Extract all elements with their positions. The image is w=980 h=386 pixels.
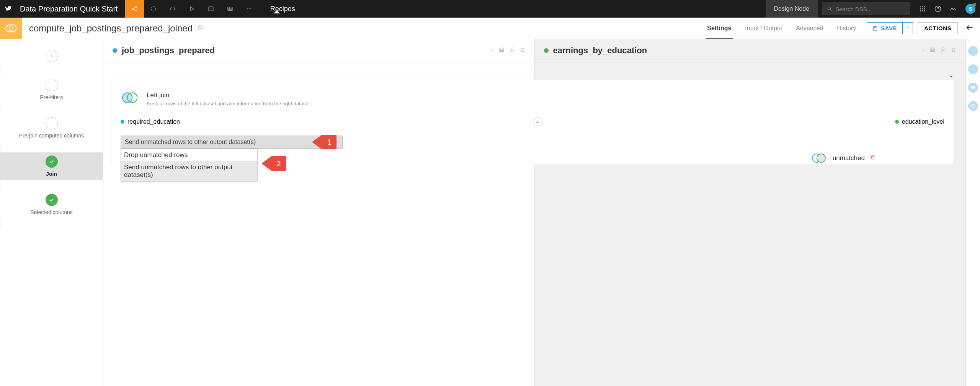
step-connector — [0, 180, 0, 191]
rail-info-icon[interactable]: i — [968, 64, 978, 74]
play-icon[interactable] — [182, 0, 201, 18]
join-type-title: Left join — [147, 92, 310, 99]
join-keys-row[interactable]: required_education = education_level — [121, 117, 944, 126]
save-icon — [872, 26, 878, 31]
trash-icon[interactable] — [520, 47, 525, 54]
dashboard-icon[interactable] — [201, 0, 220, 18]
svg-point-3 — [151, 7, 156, 11]
topbar-right: Design Node S — [766, 0, 980, 18]
key-connector-right — [544, 122, 893, 122]
key-dot-icon — [895, 120, 899, 124]
add-icon[interactable]: + — [921, 47, 925, 54]
left-key-name: required_education — [127, 118, 180, 125]
table-icon[interactable] — [498, 47, 505, 54]
global-search[interactable] — [822, 2, 910, 15]
more-icon[interactable] — [240, 0, 259, 18]
svg-point-6 — [247, 8, 248, 10]
actions-button[interactable]: ACTIONS — [918, 22, 958, 34]
svg-point-0 — [132, 8, 134, 10]
tab-settings[interactable]: Settings — [707, 18, 731, 39]
delete-unmatched-icon[interactable] — [870, 154, 875, 162]
save-button[interactable]: SAVE — [867, 22, 903, 34]
right-dataset-actions: + — [921, 47, 956, 54]
svg-point-10 — [920, 6, 921, 7]
flow-icon[interactable] — [125, 0, 144, 18]
step-prejoin-computed[interactable]: Pre-join computed columns — [0, 114, 103, 142]
recipe-tabs: Settings Input / Output Advanced History — [707, 18, 856, 39]
notification-dot-icon — [973, 3, 976, 6]
rail-add-icon[interactable]: + — [968, 46, 978, 56]
add-icon[interactable]: + — [490, 47, 493, 54]
top-bar: Data Preparation Quick Start — [0, 0, 980, 18]
dropdown-option-send[interactable]: Send unmatched rows to other output data… — [121, 161, 257, 181]
recipe-title: compute_job_postings_prepared_joined — [22, 23, 193, 34]
design-node-label[interactable]: Design Node — [766, 0, 818, 18]
user-avatar[interactable]: S — [965, 4, 975, 14]
table-icon[interactable] — [929, 47, 936, 54]
svg-point-7 — [248, 8, 250, 10]
back-arrow-icon[interactable] — [965, 23, 974, 33]
dropdown-option-drop[interactable]: Drop unmatched rows — [121, 149, 257, 161]
help-icon[interactable] — [930, 0, 946, 18]
rail-chat-icon[interactable] — [968, 83, 978, 93]
trash-icon[interactable] — [951, 47, 956, 54]
sync-status-icon — [197, 24, 204, 33]
content-area: job_postings_prepared + earnings_by_educ… — [103, 39, 965, 386]
apps-icon[interactable] — [915, 0, 930, 18]
rail-history-icon[interactable] — [968, 101, 978, 111]
svg-point-11 — [922, 6, 923, 7]
steps-panel: Pre-filters Pre-join computed columns Jo… — [0, 39, 103, 386]
right-dataset-name: earnings_by_education — [553, 46, 647, 56]
grid-icon[interactable] — [220, 0, 240, 18]
svg-point-18 — [924, 10, 925, 11]
step-connector — [0, 65, 0, 76]
dataset-dot-icon — [544, 48, 549, 53]
svg-point-15 — [924, 8, 925, 10]
search-input[interactable] — [835, 6, 906, 12]
search-icon — [827, 6, 832, 12]
step-pre-filters[interactable]: Pre-filters — [0, 76, 103, 103]
svg-point-16 — [920, 10, 921, 11]
step-circle-icon — [46, 50, 58, 62]
gear-icon[interactable] — [940, 47, 946, 54]
right-dataset-header: earnings_by_education + — [534, 39, 966, 62]
save-dropdown-button[interactable] — [903, 22, 913, 34]
gear-icon[interactable] — [509, 47, 515, 54]
recipe-header: compute_job_postings_prepared_joined Set… — [0, 18, 980, 39]
join-type-dropdown-caret[interactable] — [949, 74, 954, 81]
svg-rect-23 — [874, 26, 876, 27]
bird-logo-icon[interactable] — [0, 0, 18, 18]
join-recipe-icon — [0, 18, 22, 39]
step-label: Selected columns — [30, 209, 73, 215]
main-area: Pre-filters Pre-join computed columns Jo… — [0, 39, 980, 386]
join-type-row[interactable]: Left join Keep all rows of the left data… — [121, 92, 944, 106]
unmatched-dropdown-list: Drop unmatched rows Send unmatched rows … — [121, 149, 258, 182]
join-type-desc: Keep all rows of the left dataset and ad… — [147, 101, 310, 106]
step-circle-icon — [46, 79, 58, 91]
breadcrumb[interactable]: Recipes — [259, 5, 295, 13]
right-key: education_level — [895, 118, 944, 125]
circle-arrow-icon[interactable] — [144, 0, 163, 18]
code-icon[interactable] — [163, 0, 182, 18]
annotation-1: 1 — [322, 135, 336, 149]
tab-input-output[interactable]: Input / Output — [745, 18, 782, 39]
key-connector-left — [182, 122, 531, 122]
left-dataset-actions: + — [490, 47, 525, 54]
activity-icon[interactable] — [946, 0, 961, 18]
tab-advanced[interactable]: Advanced — [796, 18, 823, 39]
step-initial[interactable] — [0, 47, 103, 65]
tab-history[interactable]: History — [837, 18, 856, 39]
unmatched-rows-select[interactable]: Send unmatched rows to other output data… — [121, 136, 343, 149]
step-done-icon — [46, 155, 58, 168]
svg-point-12 — [924, 6, 925, 7]
save-button-group: SAVE — [867, 22, 913, 34]
step-connector — [0, 103, 0, 114]
join-config-card: Left join Keep all rows of the left data… — [111, 80, 954, 164]
left-dataset-name: job_postings_prepared — [122, 46, 215, 56]
project-title[interactable]: Data Preparation Quick Start — [18, 5, 125, 13]
svg-rect-26 — [930, 48, 935, 51]
step-join[interactable]: Join — [0, 152, 103, 180]
step-selected-columns[interactable]: Selected columns — [0, 191, 103, 218]
key-dot-icon — [121, 120, 124, 124]
topbar-left: Data Preparation Quick Start — [0, 0, 295, 18]
